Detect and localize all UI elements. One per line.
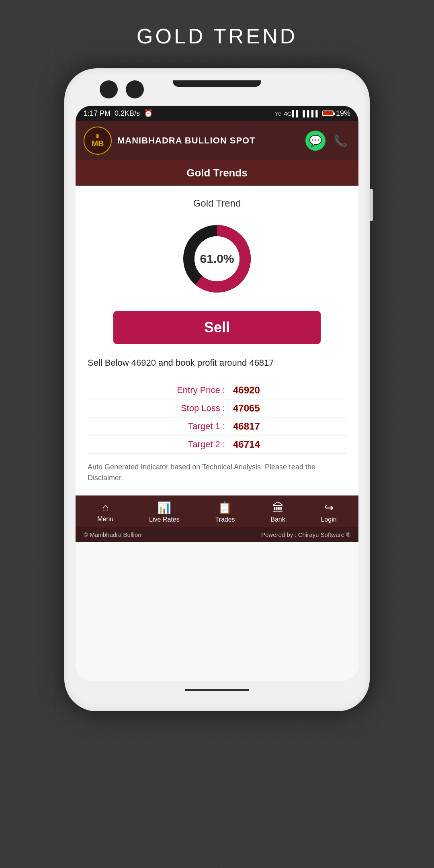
brand-suffix: SPOT bbox=[227, 135, 256, 145]
menu-icon: ⌂ bbox=[102, 501, 109, 514]
stop-loss-label: Stop Loss : bbox=[161, 403, 225, 414]
header-brand: MANIBHADRA BULLION SPOT bbox=[117, 135, 256, 146]
price-row-stoploss: Stop Loss : 47065 bbox=[88, 399, 346, 418]
nav-item-menu[interactable]: ⌂ Menu bbox=[97, 501, 113, 523]
camera-right bbox=[126, 80, 144, 98]
entry-price-label: Entry Price : bbox=[161, 385, 225, 395]
login-icon: ↪ bbox=[324, 501, 334, 514]
brand-name: MANIBHADRA BULLION bbox=[117, 135, 227, 145]
signal-bars-icon: ▌▌▌▌ bbox=[303, 110, 320, 117]
phone-side-button bbox=[370, 189, 373, 221]
whatsapp-button[interactable]: 💬 bbox=[305, 131, 326, 151]
price-row-entry: Entry Price : 46920 bbox=[88, 381, 346, 399]
donut-center-text: 61.0% bbox=[200, 252, 234, 266]
phone-icon: 📞 bbox=[334, 134, 348, 147]
content-area: Gold Trends Gold Trend 61.0% bbox=[76, 160, 358, 495]
nav-item-login[interactable]: ↪ Login bbox=[321, 501, 336, 523]
app-header: ♛ MB MANIBHADRA BULLION SPOT 💬 📞 bbox=[76, 121, 358, 160]
donut-wrapper: 61.0% bbox=[177, 219, 257, 299]
section-header: Gold Trends bbox=[76, 160, 358, 186]
alarm-icon: ⏰ bbox=[144, 109, 153, 118]
app-footer: © Manibhadra Bullion Powered by : Chiray… bbox=[76, 527, 358, 542]
header-logo-area: ♛ MB MANIBHADRA BULLION SPOT bbox=[84, 127, 256, 155]
bank-label: Bank bbox=[270, 516, 285, 523]
trades-icon: 📋 bbox=[218, 501, 232, 514]
price-row-target1: Target 1 : 46817 bbox=[88, 418, 346, 436]
status-left: 1:17 PM 0.2KB/s ⏰ bbox=[84, 109, 153, 118]
live-rates-label: Live Rates bbox=[149, 516, 180, 523]
target2-value: 46714 bbox=[233, 439, 273, 450]
camera-left bbox=[100, 80, 118, 98]
nav-item-trades[interactable]: 📋 Trades bbox=[215, 501, 235, 523]
target1-value: 46817 bbox=[233, 421, 273, 432]
nav-item-bank[interactable]: 🏛 Bank bbox=[270, 501, 285, 523]
status-bar: 1:17 PM 0.2KB/s ⏰ Ye 4G▌▌ ▌▌▌▌ 19% bbox=[76, 106, 358, 121]
phone-notch bbox=[173, 80, 261, 87]
price-row-target2: Target 2 : 46714 bbox=[88, 436, 346, 454]
phone-call-button[interactable]: 📞 bbox=[330, 131, 350, 151]
battery-indicator bbox=[322, 111, 334, 116]
signal-4g-icon: 4G▌▌ bbox=[284, 110, 300, 117]
entry-price-value: 46920 bbox=[233, 385, 273, 396]
bank-icon: 🏛 bbox=[272, 501, 284, 514]
disclaimer-text: Auto Generated Indicator based on Techni… bbox=[88, 462, 346, 483]
status-right: Ye 4G▌▌ ▌▌▌▌ 19% bbox=[274, 109, 350, 118]
donut-container: 61.0% bbox=[88, 219, 346, 299]
footer-right: Powered by : Chirayu Software ® bbox=[261, 531, 350, 538]
phone-bottom-bar bbox=[185, 689, 249, 691]
logo-crown: ♛ MB bbox=[91, 133, 104, 148]
lte-icon: Ye bbox=[274, 110, 281, 117]
whatsapp-icon: 💬 bbox=[309, 135, 322, 147]
phone-cameras bbox=[100, 80, 144, 98]
sell-button[interactable]: Sell bbox=[113, 311, 320, 344]
phone-screen: 1:17 PM 0.2KB/s ⏰ Ye 4G▌▌ ▌▌▌▌ 19% ♛ MB bbox=[76, 106, 358, 681]
header-icons: 💬 📞 bbox=[305, 131, 350, 151]
trend-description: Sell Below 46920 and book profit around … bbox=[88, 356, 346, 369]
target2-label: Target 2 : bbox=[161, 439, 225, 450]
trades-label: Trades bbox=[215, 516, 235, 523]
price-table: Entry Price : 46920 Stop Loss : 47065 Ta… bbox=[88, 381, 346, 454]
nav-item-live-rates[interactable]: 📊 Live Rates bbox=[149, 501, 180, 523]
speed-display: 0.2KB/s bbox=[115, 109, 140, 118]
page-title: GOLD TREND bbox=[137, 24, 297, 48]
stop-loss-value: 47065 bbox=[233, 403, 273, 414]
footer-left: © Manibhadra Bullion bbox=[84, 531, 141, 538]
menu-label: Menu bbox=[97, 516, 113, 523]
phone-outer: 1:17 PM 0.2KB/s ⏰ Ye 4G▌▌ ▌▌▌▌ 19% ♛ MB bbox=[64, 68, 370, 711]
bottom-nav: ⌂ Menu 📊 Live Rates 📋 Trades 🏛 Bank ↪ Lo… bbox=[76, 495, 358, 527]
login-label: Login bbox=[321, 516, 336, 523]
target1-label: Target 1 : bbox=[161, 421, 225, 432]
battery-percent: 19% bbox=[336, 109, 350, 118]
logo-text: MB bbox=[91, 139, 104, 148]
gold-trend-label: Gold Trend bbox=[88, 198, 346, 209]
time-display: 1:17 PM bbox=[84, 109, 111, 118]
live-rates-icon: 📊 bbox=[157, 501, 171, 514]
logo-circle: ♛ MB bbox=[84, 127, 112, 155]
